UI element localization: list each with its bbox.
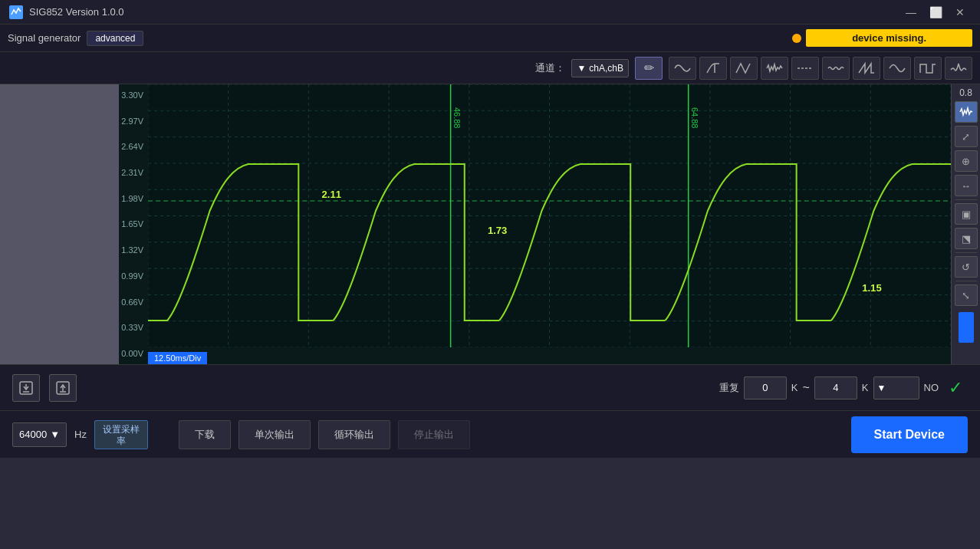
title-bar: SIG852 Version 1.0.0 — ⬜ ✕ bbox=[0, 0, 980, 25]
channel-label: 通道： bbox=[535, 61, 565, 75]
waveform-btn-sawtooth[interactable] bbox=[853, 57, 880, 80]
repeat-mode-arrow: ▼ bbox=[877, 383, 886, 393]
device-missing-text: device missing. bbox=[806, 29, 972, 47]
signal-gen-label: Signal generator bbox=[8, 32, 81, 44]
scroll-indicator[interactable] bbox=[959, 312, 974, 343]
y-axis: 3.30V 2.97V 2.64V 2.31V 1.98V 1.65V 1.32… bbox=[119, 84, 148, 364]
sidebar-divider-2 bbox=[955, 252, 977, 253]
sidebar-scale-value: 0.8 bbox=[959, 87, 972, 98]
advanced-badge: advanced bbox=[87, 31, 143, 46]
waveform-active-btn[interactable] bbox=[955, 101, 978, 123]
waveform-btn-ramp[interactable] bbox=[699, 57, 727, 80]
no-label: NO bbox=[924, 382, 939, 393]
zoom-in-btn[interactable]: ⊕ bbox=[955, 150, 978, 172]
k-label-1: K bbox=[791, 382, 798, 393]
waveform-btn-dc[interactable] bbox=[791, 57, 819, 80]
scope-area: 3.30V 2.97V 2.64V 2.31V 1.98V 1.65V 1.32… bbox=[0, 84, 980, 364]
y-label-6: 1.32V bbox=[120, 245, 146, 255]
start-device-btn[interactable]: Start Device bbox=[851, 416, 968, 453]
sidebar-divider-3 bbox=[955, 281, 977, 281]
waveform-tools bbox=[669, 57, 972, 80]
reset-btn[interactable]: ↺ bbox=[955, 256, 978, 278]
channel-dropdown-arrow: ▼ bbox=[577, 63, 586, 74]
waveform-btn-sine[interactable] bbox=[669, 57, 696, 80]
download-btn[interactable]: 下载 bbox=[179, 420, 231, 449]
window-controls: — ⬜ ✕ bbox=[900, 5, 971, 20]
y-label-9: 0.33V bbox=[120, 323, 146, 332]
y-label-3: 2.31V bbox=[120, 168, 146, 177]
fullscreen-btn[interactable]: ⤢ bbox=[955, 126, 978, 147]
device-status-dot bbox=[792, 34, 801, 43]
waveform-svg: 46.88 64.88 2. bbox=[148, 84, 951, 347]
repeat-start-input[interactable] bbox=[744, 376, 787, 399]
pencil-tool-btn[interactable]: ✏ bbox=[635, 57, 663, 80]
channel-select[interactable]: ▼ chA,chB bbox=[571, 59, 629, 77]
control-bar-1: 重复 K ~ K ▼ NO ✓ bbox=[0, 364, 980, 410]
measure-btn[interactable]: ⬔ bbox=[955, 228, 978, 249]
y-label-7: 0.99V bbox=[120, 271, 146, 281]
y-label-10: 0.00V bbox=[120, 349, 146, 358]
close-button[interactable]: ✕ bbox=[949, 5, 971, 20]
svg-text:64.88: 64.88 bbox=[690, 107, 699, 128]
loop-output-btn[interactable]: 循环输出 bbox=[318, 420, 390, 449]
maximize-button[interactable]: ⬜ bbox=[925, 5, 946, 20]
svg-text:2.11: 2.11 bbox=[322, 189, 341, 200]
zoom-arrows-btn[interactable]: ⤡ bbox=[955, 284, 978, 306]
app-logo bbox=[9, 5, 23, 19]
waveform-btn-arb[interactable] bbox=[883, 57, 911, 80]
waveform-btn-sinc[interactable] bbox=[945, 57, 972, 80]
set-sample-rate-btn[interactable]: 设置采样率 bbox=[94, 420, 148, 449]
channel-value: chA,chB bbox=[589, 63, 623, 74]
repeat-section: 重复 K ~ K ▼ NO ✓ bbox=[719, 376, 968, 400]
sample-rate-value: 64000 bbox=[19, 429, 47, 440]
repeat-end-input[interactable] bbox=[814, 376, 857, 399]
confirm-check-icon[interactable]: ✓ bbox=[943, 376, 968, 400]
download-icon-btn[interactable] bbox=[12, 374, 40, 402]
app-title: SIG852 Version 1.0.0 bbox=[29, 6, 124, 18]
y-label-5: 1.65V bbox=[120, 219, 146, 228]
waveform-btn-noise[interactable] bbox=[761, 57, 788, 80]
y-label-0: 3.30V bbox=[120, 90, 146, 100]
k-label-2: K bbox=[862, 382, 869, 393]
tilde-separator: ~ bbox=[802, 381, 809, 395]
svg-text:1.73: 1.73 bbox=[488, 225, 507, 236]
minimize-button[interactable]: — bbox=[900, 5, 922, 20]
y-label-2: 2.64V bbox=[120, 142, 146, 151]
left-sidebar bbox=[0, 84, 119, 364]
stop-output-btn[interactable]: 停止输出 bbox=[398, 420, 470, 449]
svg-text:1.15: 1.15 bbox=[862, 282, 881, 294]
repeat-label: 重复 bbox=[719, 381, 739, 395]
toolbar: Signal generator advanced device missing… bbox=[0, 25, 980, 52]
y-label-1: 2.97V bbox=[120, 117, 146, 126]
svg-text:46.88: 46.88 bbox=[452, 107, 462, 128]
sample-rate-select[interactable]: 64000 ▼ bbox=[12, 422, 67, 447]
upload-icon-btn[interactable] bbox=[49, 374, 77, 402]
time-label: 12.50ms/Div bbox=[148, 352, 207, 364]
y-label-4: 1.98V bbox=[120, 194, 146, 203]
waveform-btn-square[interactable] bbox=[914, 57, 942, 80]
sample-rate-arrow: ▼ bbox=[50, 429, 60, 440]
title-bar-left: SIG852 Version 1.0.0 bbox=[9, 5, 124, 19]
cursor-btn[interactable]: ▣ bbox=[955, 203, 978, 225]
control-bar-2: 64000 ▼ Hz 设置采样率 下载 单次输出 循环输出 停止输出 Start… bbox=[0, 410, 980, 458]
zoom-h-btn[interactable]: ↔ bbox=[955, 175, 978, 196]
scope-display: 3.30V 2.97V 2.64V 2.31V 1.98V 1.65V 1.32… bbox=[119, 84, 951, 364]
y-label-8: 0.66V bbox=[120, 298, 146, 307]
right-sidebar: 0.8 ⤢ ⊕ ↔ ▣ ⬔ ↺ ⤡ bbox=[951, 84, 980, 364]
sidebar-divider-1 bbox=[955, 199, 977, 200]
repeat-mode-select[interactable]: ▼ bbox=[873, 376, 919, 399]
waveform-btn-triangle[interactable] bbox=[730, 57, 758, 80]
single-output-btn[interactable]: 单次输出 bbox=[238, 420, 311, 449]
hz-label: Hz bbox=[74, 429, 87, 440]
device-status-banner: device missing. bbox=[792, 29, 972, 47]
waveform-btn-wavelet[interactable] bbox=[822, 57, 850, 80]
channel-bar: 通道： ▼ chA,chB ✏ bbox=[0, 52, 980, 84]
